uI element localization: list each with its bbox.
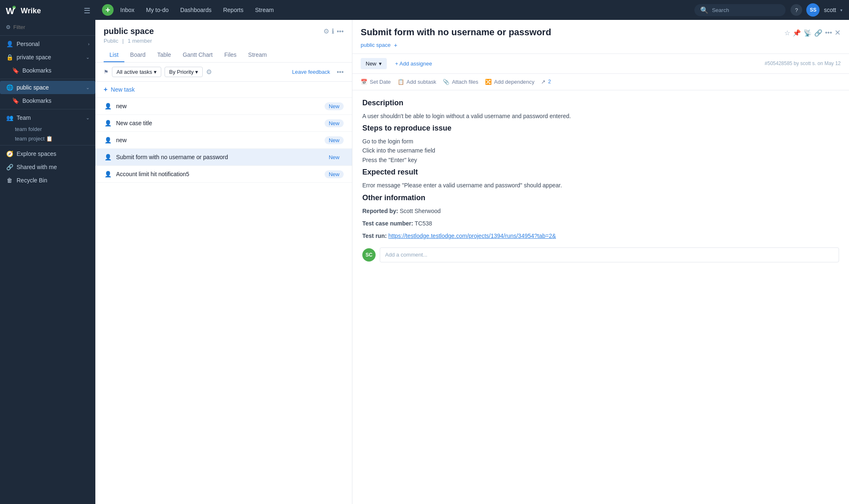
plus-icon: + [104, 86, 107, 93]
content-area: public space ⚙ ℹ ••• Public | 1 member L… [95, 20, 849, 504]
chevron-icon: ⌄ [86, 55, 90, 60]
task-icon: 👤 [104, 136, 112, 144]
info-icon[interactable]: ℹ [332, 27, 334, 35]
user-name[interactable]: scott [824, 7, 836, 13]
link-icon[interactable]: 🔗 [814, 29, 822, 37]
team-icon: 👥 [6, 114, 13, 121]
close-icon[interactable]: ✕ [834, 28, 841, 37]
sidebar-item-shared-with-me[interactable]: 🔗 Shared with me [0, 160, 95, 174]
filter-settings-icon[interactable]: ⚙ [206, 68, 212, 76]
expected-result-text: Error message "Please enter a valid user… [362, 181, 839, 190]
panel-title-row: public space ⚙ ℹ ••• [104, 27, 344, 36]
bookmark-icon: 🔖 [12, 67, 19, 74]
nav-dashboards[interactable]: Dashboards [175, 4, 217, 16]
sidebar-item-public-space[interactable]: 🌐 public space ⌄ [0, 81, 95, 94]
sidebar-item-team[interactable]: 👥 Team ⌄ [0, 111, 95, 124]
task-icon: 👤 [104, 102, 112, 110]
task-icon: 👤 [104, 119, 112, 127]
main-area: + Inbox My to-do Dashboards Reports Stre… [95, 0, 849, 504]
user-chevron-icon[interactable]: ▾ [840, 8, 842, 12]
dependency-icon: 🔀 [485, 79, 492, 85]
sidebar-item-personal[interactable]: 👤 Personal › [0, 37, 95, 51]
filter-dropdown-icon: ▾ [154, 69, 157, 75]
chevron-icon: ⌄ [86, 85, 90, 90]
detail-space-link[interactable]: public space [361, 42, 391, 48]
tab-bar: List Board Table Gantt Chart Files Strea… [104, 48, 344, 62]
task-row[interactable]: 👤 new New [95, 132, 352, 149]
other-info-section: Other information Reported by: Scott She… [362, 194, 839, 241]
expected-result-section: Expected result Error message "Please en… [362, 168, 839, 190]
toolbar-more-icon[interactable]: ••• [337, 68, 344, 76]
hamburger-icon[interactable]: ☰ [84, 6, 90, 15]
tab-board[interactable]: Board [124, 48, 151, 62]
steps-text: Go to the login form Click into the user… [362, 137, 839, 165]
share-icon: 🔗 [6, 163, 13, 171]
add-dependency-button[interactable]: 🔀 Add dependency [485, 77, 535, 87]
search-input[interactable] [712, 7, 778, 13]
sidebar-item-private-space[interactable]: 🔒 private space ⌄ [0, 51, 95, 64]
tab-files[interactable]: Files [218, 48, 243, 62]
task-row[interactable]: 👤 new New [95, 98, 352, 115]
help-button[interactable]: ? [791, 4, 802, 16]
new-task-button[interactable]: + New task [95, 82, 352, 98]
rss-icon[interactable]: 📡 [803, 29, 812, 37]
person-icon: 👤 [6, 40, 13, 48]
detail-panel: Submit form with no username or password… [352, 20, 849, 504]
action-row: 📅 Set Date 📋 Add subtask 📎 Attach files … [352, 74, 849, 90]
comment-input[interactable]: Add a comment... [380, 247, 839, 262]
add-button[interactable]: + [102, 4, 114, 16]
task-row-active[interactable]: 👤 Submit form with no username or passwo… [95, 149, 352, 166]
sidebar-sub-team-folder[interactable]: team folder [0, 124, 95, 134]
logo[interactable]: W Wrike [5, 4, 41, 17]
sidebar-item-bookmarks-private[interactable]: 🔖 Bookmarks [0, 64, 95, 77]
topnav-right: ? SS scott ▾ [791, 3, 842, 17]
tab-gantt-chart[interactable]: Gantt Chart [177, 48, 218, 62]
all-active-tasks-filter[interactable]: All active tasks ▾ [112, 67, 161, 77]
task-row[interactable]: 👤 Account limit hit notification5 New [95, 166, 352, 183]
tab-list[interactable]: List [104, 48, 124, 62]
add-to-space-icon[interactable]: + [394, 42, 397, 48]
test-run-link[interactable]: https://testlodge.testlodge.com/projects… [388, 233, 556, 239]
pin-icon[interactable]: 📌 [793, 29, 801, 37]
task-panel: public space ⚙ ℹ ••• Public | 1 member L… [95, 20, 352, 504]
add-subtask-button[interactable]: 📋 Add subtask [398, 77, 437, 87]
tab-stream[interactable]: Stream [243, 48, 273, 62]
steps-title: Steps to reproduce issue [362, 124, 839, 133]
sidebar: W Wrike ☰ ⚙ 👤 Personal › 🔒 private space… [0, 0, 95, 504]
user-avatar[interactable]: SS [806, 3, 820, 17]
tab-table[interactable]: Table [151, 48, 177, 62]
filter-input[interactable] [13, 24, 90, 30]
task-icon: 👤 [104, 170, 112, 178]
nav-my-todo[interactable]: My to-do [141, 4, 173, 16]
sidebar-sub-team-project[interactable]: team project 📋 [0, 134, 95, 143]
sidebar-item-explore-spaces[interactable]: 🧭 Explore spaces [0, 147, 95, 160]
add-assignee-button[interactable]: + Add assignee [392, 59, 435, 68]
toolbar: ⚑ All active tasks ▾ By Priority ▾ ⚙ Lea… [95, 63, 352, 82]
set-date-button[interactable]: 📅 Set Date [361, 77, 391, 87]
more-icon[interactable]: ••• [337, 28, 344, 35]
nav-reports[interactable]: Reports [218, 4, 248, 16]
sidebar-item-recycle-bin[interactable]: 🗑 Recycle Bin [0, 174, 95, 187]
status-dropdown-icon: ▾ [379, 61, 382, 67]
nav-inbox[interactable]: Inbox [115, 4, 139, 16]
attach-files-button[interactable]: 📎 Attach files [443, 77, 478, 87]
star-icon[interactable]: ☆ [784, 29, 790, 37]
detail-more-icon[interactable]: ••• [825, 29, 832, 36]
top-navigation: + Inbox My to-do Dashboards Reports Stre… [95, 0, 849, 20]
trash-icon: 🗑 [6, 177, 13, 184]
sidebar-item-bookmarks-public[interactable]: 🔖 Bookmarks [0, 94, 95, 107]
task-row[interactable]: 👤 New case title New [95, 115, 352, 132]
paperclip-icon: 📎 [443, 79, 449, 85]
chevron-icon: ⌄ [86, 115, 90, 121]
detail-title-icons: ☆ 📌 📡 🔗 ••• ✕ [784, 27, 841, 37]
by-priority-filter[interactable]: By Priority ▾ [165, 67, 203, 77]
search-icon: 🔍 [700, 6, 708, 14]
globe-icon: 🌐 [6, 84, 13, 91]
status-button[interactable]: New ▾ [361, 58, 387, 69]
filter-funnel-icon: ⚑ [104, 69, 109, 75]
detail-space-row: public space + [361, 42, 841, 48]
feedback-button[interactable]: Leave feedback [289, 67, 333, 77]
settings-icon[interactable]: ⚙ [323, 27, 329, 35]
share-button[interactable]: ↗ 2 [541, 77, 551, 87]
nav-stream[interactable]: Stream [250, 4, 279, 16]
